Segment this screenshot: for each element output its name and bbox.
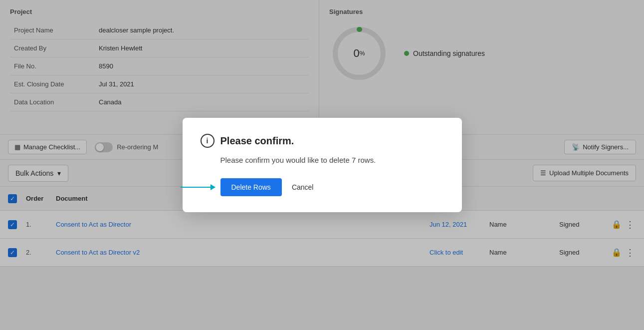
cancel-button[interactable]: Cancel: [292, 183, 314, 191]
modal-title: Please confirm.: [220, 135, 294, 147]
modal-body: Please confirm you would like to delete …: [201, 156, 444, 164]
modal-backdrop: i Please confirm. Please confirm you wou…: [0, 0, 644, 330]
info-icon: i: [201, 134, 215, 148]
modal-title-row: i Please confirm.: [201, 134, 444, 148]
arrow-line: [181, 187, 211, 188]
modal-actions: Delete Rows Cancel: [201, 178, 444, 196]
delete-btn-wrap: Delete Rows: [220, 178, 282, 196]
delete-rows-button[interactable]: Delete Rows: [220, 178, 282, 196]
arrow-indicator: [181, 184, 215, 190]
arrow-head: [211, 184, 215, 190]
confirm-modal: i Please confirm. Please confirm you wou…: [183, 118, 462, 212]
